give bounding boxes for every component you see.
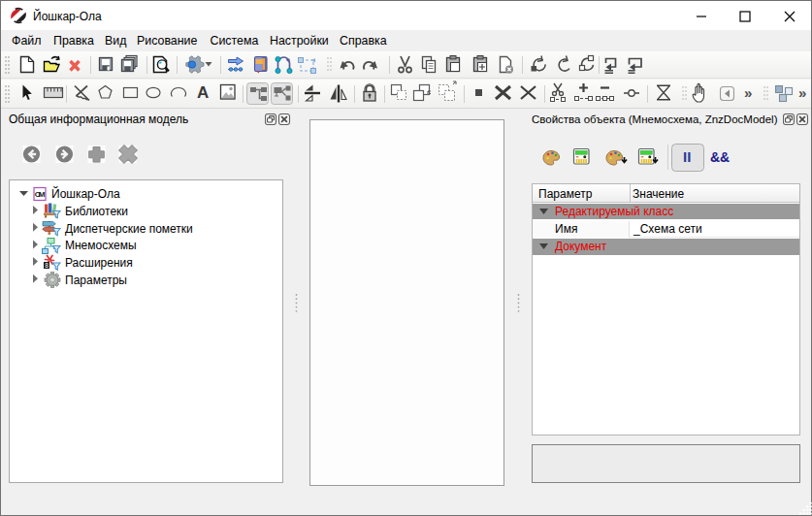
svg-text:8: 8 [45, 262, 49, 269]
svg-text:A: A [197, 83, 209, 102]
svg-text:&&: && [710, 149, 730, 165]
svg-text:»: » [744, 84, 752, 101]
svg-text:CiM: CiM [35, 190, 46, 199]
svg-text:II: II [683, 148, 691, 165]
svg-text:»: » [798, 84, 806, 101]
